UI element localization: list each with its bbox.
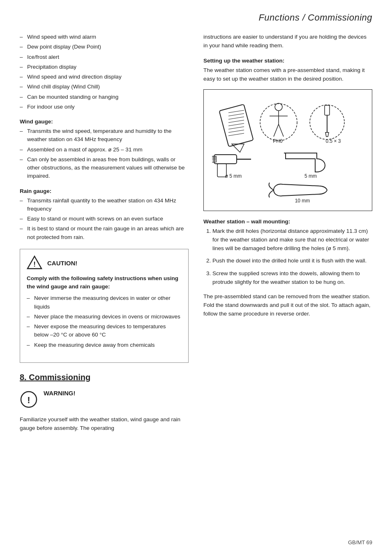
list-item: Ice/frost alert (20, 53, 189, 61)
svg-line-5 (228, 110, 244, 113)
svg-line-11 (228, 130, 244, 132)
intro-text: instructions are easier to understand if… (203, 33, 372, 50)
warning-text: Familiarize yourself with the weather st… (20, 415, 189, 433)
list-item: Assembled on a mast of approx. ø 25 – 31… (20, 146, 189, 154)
label-screws: 0.5 × 3 (325, 138, 341, 144)
list-item: Transmits the wind speed, temperature an… (20, 127, 189, 144)
rain-gauge-list: Transmits rainfall quantity to the weath… (20, 197, 189, 241)
label-drill: ø 5 mm (225, 173, 242, 179)
caution-header: ! CAUTION! (27, 255, 182, 271)
setting-up-section: Setting up the weather station: The weat… (203, 58, 372, 84)
setting-up-text: The weather station comes with a pre-ass… (203, 66, 372, 84)
list-item: Transmits rainfall quantity to the weath… (20, 197, 189, 214)
svg-line-8 (228, 120, 244, 123)
wall-mounting-heading: Weather station – wall mounting: (203, 218, 372, 225)
wind-gauge-section: Wind gauge: Transmits the wind speed, te… (20, 118, 189, 181)
svg-line-6 (228, 114, 244, 116)
list-item: For indoor use only (20, 103, 189, 111)
svg-text:!: ! (27, 395, 30, 405)
list-item: Can only be assembled in areas free from… (20, 155, 189, 181)
svg-line-18 (274, 124, 279, 137)
commissioning-heading: 8. Commissioning (20, 373, 189, 382)
list-item: Keep the measuring device away from chem… (27, 341, 182, 349)
svg-point-15 (275, 103, 282, 111)
page-header: Functions / Commissioning (20, 12, 372, 23)
list-item: Precipitation display (20, 63, 189, 71)
warning-icon-wrap: ! (20, 390, 38, 410)
svg-line-7 (228, 117, 244, 119)
list-item: Wind speed with wind alarm (20, 33, 189, 41)
caution-box: ! CAUTION! Comply with the following saf… (20, 249, 189, 363)
list-item: It is best to stand or mount the rain ga… (20, 225, 189, 241)
label-ph0: PH0 (273, 138, 283, 144)
caution-body-title: Comply with the following safety instruc… (27, 274, 182, 291)
label-10mm: 10 mm (295, 198, 310, 204)
caution-title: CAUTION! (47, 260, 77, 267)
list-item: Never place the measuring devices in ove… (27, 313, 182, 321)
svg-rect-4 (219, 104, 253, 146)
list-item: Dew point display (Dew Point) (20, 43, 189, 51)
svg-line-19 (279, 124, 284, 137)
list-item: Easy to stand or mount with screws on an… (20, 215, 189, 223)
label-5mm: 5 mm (304, 173, 317, 179)
list-item: Never expose the measuring devices to te… (27, 323, 182, 339)
wall-mounting-section: Weather station – wall mounting: Mark th… (203, 218, 372, 318)
svg-line-9 (228, 123, 244, 126)
svg-marker-23 (325, 132, 329, 137)
left-column: Wind speed with wind alarm Dew point dis… (20, 33, 189, 433)
wind-gauge-heading: Wind gauge: (20, 118, 189, 125)
step-3: Screw the supplied screws into the dowel… (212, 269, 372, 287)
rain-gauge-heading: Rain gauge: (20, 188, 189, 194)
commissioning-section: 8. Commissioning ! WARNING! F (20, 373, 189, 433)
page-footer: GB/MT 69 (348, 539, 372, 545)
setting-up-heading: Setting up the weather station: (203, 58, 372, 64)
footer-text: GB/MT 69 (348, 539, 372, 545)
caution-list: Never immerse the measuring devices in w… (27, 294, 182, 349)
right-column: instructions are easier to understand if… (203, 33, 372, 433)
warning-content: WARNING! (44, 390, 76, 397)
tools-diagram: PH0 0.5 × 3 (212, 95, 364, 207)
svg-rect-24 (214, 155, 237, 164)
warning-box: ! WARNING! (20, 390, 189, 410)
wall-mounting-footer: The pre-assembled stand can be removed f… (203, 292, 372, 318)
list-item: Wind chill display (Wind Chill) (20, 83, 189, 91)
list-item: Never immerse the measuring devices in w… (27, 294, 182, 311)
tools-image-box: PH0 0.5 × 3 (203, 89, 372, 211)
wind-gauge-list: Transmits the wind speed, temperature an… (20, 127, 189, 181)
step-1: Mark the drill holes (horizontal distanc… (212, 227, 372, 253)
svg-text:!: ! (33, 260, 36, 268)
caution-icon: ! (27, 255, 42, 271)
list-item: Wind speed and wind direction display (20, 73, 189, 81)
page-title: Functions / Commissioning (258, 12, 372, 23)
step-2: Push the dowel into the drilled hole unt… (212, 257, 372, 265)
svg-rect-21 (325, 105, 330, 115)
intro-list: Wind speed with wind alarm Dew point dis… (20, 33, 189, 111)
warning-icon: ! (20, 390, 38, 410)
rain-gauge-section: Rain gauge: Transmits rainfall quantity … (20, 188, 189, 241)
svg-line-10 (228, 127, 244, 129)
list-item: Can be mounted standing or hanging (20, 93, 189, 101)
svg-line-12 (228, 133, 244, 136)
wall-mounting-steps: Mark the drill holes (horizontal distanc… (203, 227, 372, 287)
warning-title: WARNING! (44, 390, 76, 397)
